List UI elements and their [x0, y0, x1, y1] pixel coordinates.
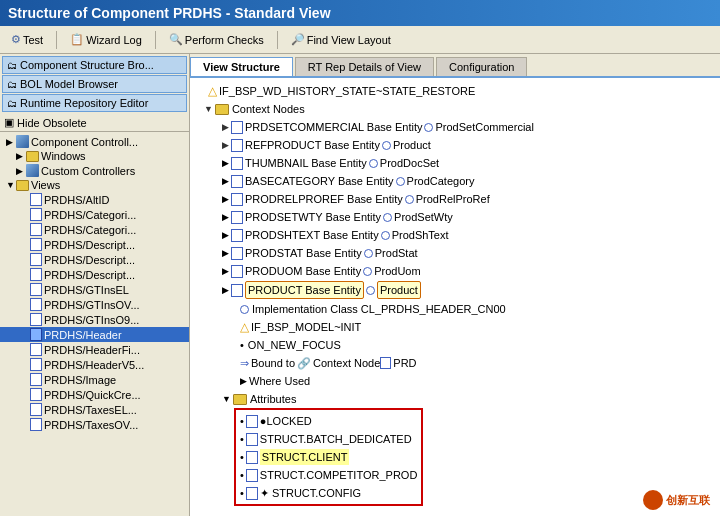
- runtime-repo-label: Runtime Repository Editor: [20, 97, 148, 109]
- page-icon: [246, 451, 258, 464]
- page-icon: [231, 247, 243, 260]
- list-item[interactable]: PRDHS/AltID: [0, 192, 189, 207]
- warn-icon: △: [240, 319, 249, 335]
- list-item[interactable]: PRDHS/GTInsO9...: [0, 312, 189, 327]
- perform-checks-icon: 🔍: [169, 33, 183, 46]
- sidebar-tab-runtime-repo[interactable]: 🗂 Runtime Repository Editor: [2, 94, 187, 112]
- page-icon: [246, 487, 258, 500]
- title-bar: Structure of Component PRDHS - Standard …: [0, 0, 720, 26]
- expand-icon: ▶: [222, 263, 229, 279]
- attr-locked: • ●LOCKED: [240, 412, 417, 430]
- tree-node[interactable]: ▶ PRODUOM Base Entity ProdUom: [198, 262, 712, 280]
- circle-icon: [240, 305, 249, 314]
- list-item[interactable]: PRDHS/TaxesOV...: [0, 417, 189, 432]
- windows-icon: [26, 151, 39, 162]
- tree-node-attributes[interactable]: ▼ Attributes: [198, 390, 712, 408]
- page-icon: [30, 403, 42, 416]
- sidebar-tab-comp-struct[interactable]: 🗂 Component Structure Bro...: [2, 56, 187, 74]
- tree-node-bound-to: ⇒ Bound to 🔗 Context Node PRD: [198, 354, 712, 372]
- page-icon: [30, 418, 42, 431]
- list-item-header[interactable]: PRDHS/Header: [0, 327, 189, 342]
- page-icon: [246, 469, 258, 482]
- tree-item-custom-controllers[interactable]: ▶ Custom Controllers: [0, 163, 189, 178]
- test-button[interactable]: ⚙ Test: [4, 30, 50, 49]
- test-label: Test: [23, 34, 43, 46]
- perform-checks-button[interactable]: 🔍 Perform Checks: [162, 30, 271, 49]
- watermark: 创新互联: [643, 490, 710, 510]
- tab-rt-rep[interactable]: RT Rep Details of View: [295, 57, 434, 76]
- page-icon: [231, 139, 243, 152]
- tree-node-product-highlighted[interactable]: ▶ PRODUCT Base Entity Product: [198, 280, 712, 300]
- hide-obsolete-label: Hide Obsolete: [17, 117, 87, 129]
- list-item[interactable]: PRDHS/GTInsOV...: [0, 297, 189, 312]
- tree-node-where-used[interactable]: ▶ Where Used: [198, 372, 712, 390]
- tree-node[interactable]: ▶ PRODSHTEXT Base Entity ProdShText: [198, 226, 712, 244]
- expand-icon: ▶: [222, 245, 229, 261]
- wizard-log-icon: 📋: [70, 33, 84, 46]
- comp-struct-icon: 🗂: [7, 60, 17, 71]
- tree-node[interactable]: ▶ PRDSETCOMMERCIAL Base Entity ProdSetCo…: [198, 118, 712, 136]
- list-item[interactable]: PRDHS/Categori...: [0, 207, 189, 222]
- expand-icon: ▶: [240, 373, 247, 389]
- page-icon-selected: [30, 328, 42, 341]
- custom-controllers-icon: [26, 164, 39, 177]
- page-icon: [30, 388, 42, 401]
- tree-item-views[interactable]: ▼ Views: [0, 178, 189, 192]
- page-icon: [30, 343, 42, 356]
- hide-obsolete-toggle[interactable]: ▣ Hide Obsolete: [0, 114, 189, 132]
- list-item[interactable]: PRDHS/Image: [0, 372, 189, 387]
- list-item[interactable]: PRDHS/QuickCre...: [0, 387, 189, 402]
- views-label: Views: [31, 179, 60, 191]
- circle-icon: [405, 195, 414, 204]
- page-icon: [231, 121, 243, 134]
- sidebar-tab-bol-model[interactable]: 🗂 BOL Model Browser: [2, 75, 187, 93]
- component-controllers-icon: [16, 135, 29, 148]
- page-icon: [246, 415, 258, 428]
- arrow-icon: ⇒: [240, 355, 249, 371]
- page-icon: [231, 175, 243, 188]
- page-icon: [231, 265, 243, 278]
- list-item[interactable]: PRDHS/HeaderFi...: [0, 342, 189, 357]
- list-item[interactable]: PRDHS/Descript...: [0, 252, 189, 267]
- tree-node[interactable]: ▶ PRODRELPROREF Base Entity ProdRelProRe…: [198, 190, 712, 208]
- list-item[interactable]: PRDHS/HeaderV5...: [0, 357, 189, 372]
- wizard-log-button[interactable]: 📋 Wizard Log: [63, 30, 149, 49]
- circle-icon: [363, 267, 372, 276]
- list-item[interactable]: PRDHS/Descript...: [0, 267, 189, 282]
- comp-struct-label: Component Structure Bro...: [20, 59, 154, 71]
- tree-item-component-controllers[interactable]: ▶ Component Controll...: [0, 134, 189, 149]
- attr-struct-batch: • STRUCT.BATCH_DEDICATED: [240, 430, 417, 448]
- page-icon: [30, 238, 42, 251]
- tree-node[interactable]: ▶ PRODSTAT Base Entity ProdStat: [198, 244, 712, 262]
- attr-struct-config: • ✦ STRUCT.CONFIG: [240, 484, 417, 502]
- tree-node-context-nodes[interactable]: ▼ Context Nodes: [198, 100, 712, 118]
- expand-icon: ▶: [222, 227, 229, 243]
- tree-node[interactable]: ▶ BASECATEGORY Base Entity ProdCategory: [198, 172, 712, 190]
- list-item[interactable]: PRDHS/Categori...: [0, 222, 189, 237]
- tree-node[interactable]: ▶ REFPRODUCT Base Entity Product: [198, 136, 712, 154]
- tree-node[interactable]: ▶ PRODSETWTY Base Entity ProdSetWty: [198, 208, 712, 226]
- find-view-layout-icon: 🔎: [291, 33, 305, 46]
- folder-icon: [233, 394, 247, 405]
- circle-icon: [364, 249, 373, 258]
- expand-icon: ▶: [222, 191, 229, 207]
- views-icon: [16, 180, 29, 191]
- tab-configuration[interactable]: Configuration: [436, 57, 527, 76]
- windows-label: Windows: [41, 150, 86, 162]
- bol-model-icon: 🗂: [7, 79, 17, 90]
- perform-checks-label: Perform Checks: [185, 34, 264, 46]
- circle-icon: [383, 213, 392, 222]
- tree-item-windows[interactable]: ▶ Windows: [0, 149, 189, 163]
- tab-view-structure[interactable]: View Structure: [190, 57, 293, 76]
- list-item[interactable]: PRDHS/GTInsEL: [0, 282, 189, 297]
- list-item[interactable]: PRDHS/TaxesEL...: [0, 402, 189, 417]
- list-item[interactable]: PRDHS/Descript...: [0, 237, 189, 252]
- page-icon: [30, 193, 42, 206]
- page-icon: [30, 313, 42, 326]
- find-view-layout-button[interactable]: 🔎 Find View Layout: [284, 30, 398, 49]
- expand-icon: ▶: [222, 137, 229, 153]
- expand-icon: ▶: [222, 173, 229, 189]
- expand-icon: ▼: [222, 391, 231, 407]
- tree-node[interactable]: ▶ THUMBNAIL Base Entity ProdDocSet: [198, 154, 712, 172]
- page-icon: [246, 433, 258, 446]
